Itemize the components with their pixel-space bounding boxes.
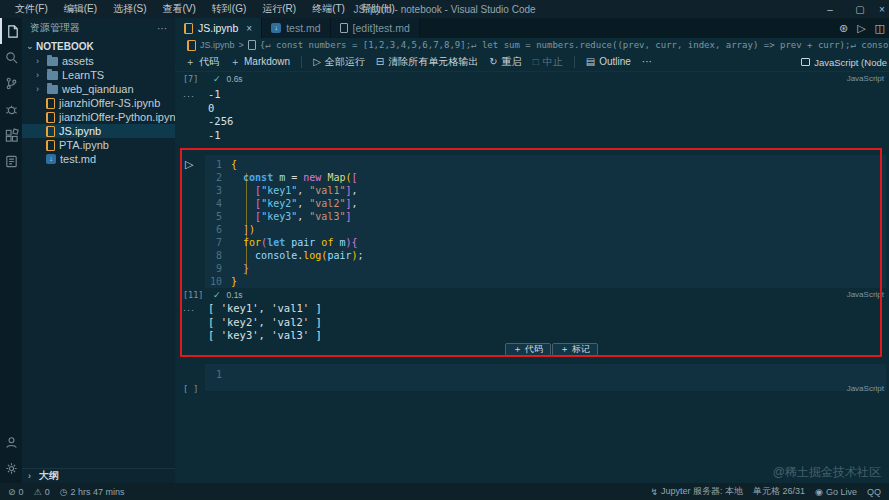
cell2-output-menu-icon[interactable]: ··· [183, 305, 195, 315]
folder-icon [47, 57, 58, 66]
tree-item-test.md[interactable]: ↓test.md [22, 152, 175, 166]
more-actions-button[interactable]: ··· [642, 56, 652, 67]
section-outline[interactable]: › 大纲 [22, 468, 175, 483]
tree-item-PTA.ipynb[interactable]: PTA.ipynb [22, 138, 175, 152]
extensions-icon[interactable] [0, 122, 22, 148]
code-token: { [231, 158, 237, 171]
minimize-button[interactable]: – [815, 0, 845, 18]
tree-item-label: web_qianduan [62, 83, 134, 95]
tree-item-JS.ipynb[interactable]: JS.ipynb [22, 124, 175, 138]
explorer-icon[interactable] [0, 18, 22, 44]
status-item[interactable]: ◉Go Live [815, 487, 857, 497]
menu-item[interactable]: 运行(R) [255, 0, 303, 18]
code-token: Map [327, 171, 345, 184]
insert-markup-cell-button[interactable]: ＋标记 [552, 343, 598, 356]
settings-gear-icon[interactable] [0, 455, 22, 481]
code-line[interactable]: 3 ["key1", "val1"], [205, 184, 886, 197]
chevron-right-icon: › [36, 84, 43, 94]
split-editor-icon[interactable]: ◫ [875, 22, 885, 35]
kernel-picker[interactable]: JavaScript (Node [801, 52, 889, 72]
menu-item[interactable]: 文件(F) [8, 0, 55, 18]
menu-item[interactable]: 选择(S) [106, 0, 153, 18]
code-line[interactable]: 8 console.log(pair); [205, 249, 886, 262]
code-token: pair [327, 249, 351, 262]
search-icon[interactable] [0, 44, 22, 70]
code-line[interactable]: 5 ["key3", "val3"] [205, 210, 886, 223]
code-line[interactable]: 1{ [205, 158, 886, 171]
status-item[interactable]: QQ [867, 487, 881, 497]
tree-item-jianzhiOffer-JS.ipynb[interactable]: jianzhiOffer-JS.ipynb [22, 96, 175, 110]
menu-item[interactable]: 编辑(E) [57, 0, 104, 18]
cell2-run-button[interactable]: ▷ [185, 158, 193, 171]
status-icon: ⊘ [8, 487, 16, 497]
code-token: { [352, 236, 358, 249]
watermark-text: @稀土掘金技术社区 [773, 464, 881, 481]
cell1-language[interactable]: JavaScript [847, 74, 884, 83]
insert-code-cell-button[interactable]: ＋代码 [505, 343, 551, 356]
chevron-right-icon: › [28, 471, 35, 481]
close-tab-icon[interactable]: × [246, 23, 252, 34]
menu-item[interactable]: 查看(V) [155, 0, 202, 18]
tab-[edit]test.md[interactable]: [edit]test.md [331, 18, 420, 38]
code-line[interactable]: 7 for(let pair of m){ [205, 236, 886, 249]
clear-outputs-button[interactable]: ⊟清除所有单元格输出 [376, 55, 478, 69]
tree-item-LearnTS[interactable]: ›LearnTS [22, 68, 175, 82]
account-icon[interactable] [0, 429, 22, 455]
status-item[interactable]: ↯Jupyter 服务器: 本地 [651, 485, 744, 498]
indent-guide [246, 173, 247, 275]
plus-icon: ＋ [185, 55, 195, 69]
menu-item[interactable]: 帮助(H) [354, 0, 402, 18]
add-markdown-button[interactable]: ＋Markdown [230, 55, 290, 69]
tab-JS.ipynb[interactable]: JS.ipynb× [175, 18, 262, 38]
md-icon: ↓ [271, 23, 281, 33]
tree-item-assets[interactable]: ›assets [22, 54, 175, 68]
add-code-button[interactable]: ＋代码 [185, 55, 219, 69]
menu-item[interactable]: 终端(T) [305, 0, 352, 18]
breadcrumb[interactable]: JS.ipynb > {↵ const numbers = [1,2,3,4,5… [175, 38, 889, 52]
status-item[interactable]: 单元格 26/31 [753, 485, 805, 498]
code-line[interactable]: 10} [205, 275, 886, 288]
code-line[interactable]: 2 const m = new Map([ [205, 171, 886, 184]
code-token: ) [249, 223, 255, 236]
status-icon: ⚠ [34, 487, 42, 497]
status-item[interactable]: ◷2 hrs 47 mins [60, 487, 125, 497]
code-token: of [321, 236, 333, 249]
restart-button[interactable]: ↻重启 [489, 55, 521, 69]
debug-icon[interactable] [0, 96, 22, 122]
code-token: ] [345, 210, 351, 223]
source-control-icon[interactable] [0, 70, 22, 96]
plus-icon: ＋ [560, 343, 569, 356]
line-number: 1 [205, 368, 231, 381]
tree-item-web_qianduan[interactable]: ›web_qianduan [22, 82, 175, 96]
chevron-right-icon: › [36, 70, 43, 80]
interrupt-button[interactable]: □中止 [533, 55, 563, 69]
tree-item-label: assets [62, 55, 94, 67]
run-all-button[interactable]: ▷全部运行 [313, 55, 365, 69]
cell2-code-editor[interactable]: 1{2 const m = new Map([3 ["key1", "val1"… [205, 155, 886, 288]
status-text: 2 hrs 47 mins [71, 487, 125, 497]
maximize-button[interactable]: ▢ [845, 0, 875, 18]
close-button[interactable]: × [875, 0, 889, 18]
outline-button[interactable]: ▤Outline [586, 56, 631, 67]
section-notebook[interactable]: ⌄ NOTEBOOK [22, 38, 175, 54]
cell3-language[interactable]: JavaScript [847, 384, 884, 393]
status-text: QQ [867, 487, 881, 497]
status-item[interactable]: ⊘0 [8, 487, 24, 497]
notebook-view-icon[interactable] [0, 148, 22, 174]
code-token: , [297, 210, 309, 223]
plus-icon: ＋ [230, 55, 240, 69]
tree-item-jianzhiOffer-Python.ipynb[interactable]: jianzhiOffer-Python.ipynb [22, 110, 175, 124]
menu-item[interactable]: 转到(G) [205, 0, 253, 18]
kernel-picker-icon[interactable]: ⊛ [839, 22, 848, 35]
code-line[interactable]: 6 ]) [205, 223, 886, 236]
explorer-more-icon[interactable]: ··· [157, 23, 167, 34]
code-line[interactable]: 9 } [205, 262, 886, 275]
status-item[interactable]: ⚠0 [34, 487, 50, 497]
cell2-language[interactable]: JavaScript [847, 290, 884, 299]
cell3-status-bar: [ ] JavaScript [175, 382, 889, 395]
run-all-icon[interactable]: ▷ [857, 22, 865, 35]
cell1-output-menu-icon[interactable]: ··· [183, 91, 195, 101]
cell2-execution-count: [11] [183, 290, 207, 300]
code-line[interactable]: 4 ["key2", "val2"], [205, 197, 886, 210]
tab-test.md[interactable]: ↓test.md [262, 18, 330, 38]
